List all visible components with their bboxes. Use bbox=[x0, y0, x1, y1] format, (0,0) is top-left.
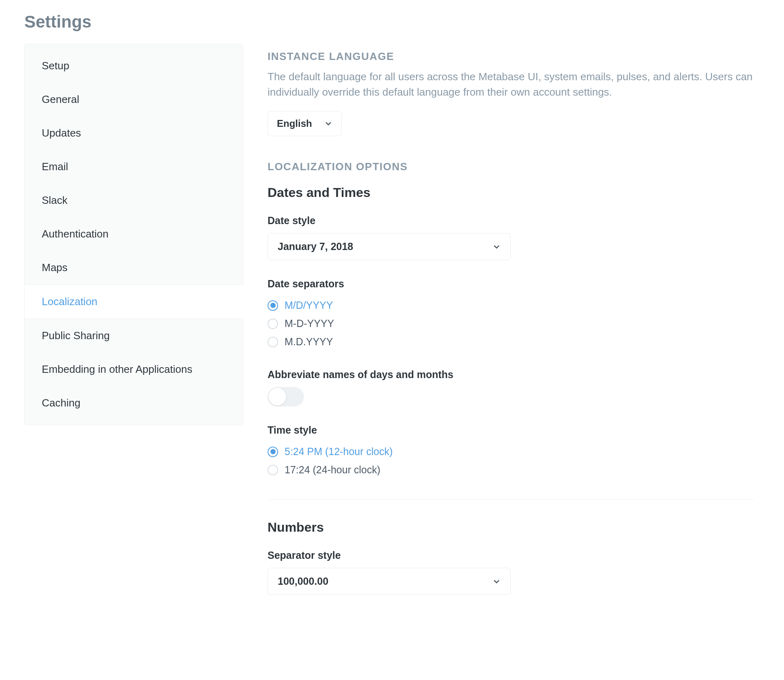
sidebar-item-authentication[interactable]: Authentication bbox=[25, 217, 243, 251]
dates-and-times-heading: Dates and Times bbox=[268, 185, 754, 200]
radio-icon bbox=[268, 465, 278, 475]
settings-sidebar: SetupGeneralUpdatesEmailSlackAuthenticat… bbox=[24, 44, 243, 425]
instance-language-description: The default language for all users acros… bbox=[268, 69, 754, 100]
sidebar-item-embedding-in-other-applications[interactable]: Embedding in other Applications bbox=[25, 353, 243, 386]
page-title: Settings bbox=[24, 12, 760, 32]
chevron-down-icon bbox=[493, 577, 501, 586]
abbreviate-label: Abbreviate names of days and months bbox=[268, 369, 754, 381]
date-separator-option-label: M-D-YYYY bbox=[285, 318, 334, 329]
localization-options-heading: LOCALIZATION OPTIONS bbox=[268, 160, 754, 173]
date-style-select[interactable]: January 7, 2018 bbox=[268, 233, 511, 260]
chevron-down-icon bbox=[493, 243, 501, 251]
date-separator-option-label: M.D.YYYY bbox=[285, 336, 333, 348]
date-separators-label: Date separators bbox=[268, 278, 754, 290]
chevron-down-icon bbox=[324, 120, 332, 128]
numbers-heading: Numbers bbox=[268, 520, 754, 535]
date-style-label: Date style bbox=[268, 215, 754, 227]
time-style-label: Time style bbox=[268, 424, 754, 436]
date-separator-option-1[interactable]: M-D-YYYY bbox=[268, 314, 754, 333]
toggle-knob bbox=[268, 388, 286, 406]
date-separator-option-label: M/D/YYYY bbox=[285, 299, 333, 311]
radio-icon bbox=[268, 337, 278, 347]
date-separator-option-2[interactable]: M.D.YYYY bbox=[268, 333, 754, 351]
separator-style-select[interactable]: 100,000.00 bbox=[268, 568, 511, 595]
settings-main: INSTANCE LANGUAGE The default language f… bbox=[268, 44, 754, 613]
date-style-value: January 7, 2018 bbox=[278, 241, 353, 252]
sidebar-item-maps[interactable]: Maps bbox=[25, 251, 243, 284]
sidebar-item-localization[interactable]: Localization bbox=[25, 284, 243, 319]
instance-language-heading: INSTANCE LANGUAGE bbox=[268, 50, 754, 63]
section-divider bbox=[268, 499, 754, 500]
separator-style-value: 100,000.00 bbox=[278, 575, 328, 587]
separator-style-label: Separator style bbox=[268, 550, 754, 561]
time-style-option-label: 17:24 (24-hour clock) bbox=[285, 464, 380, 476]
instance-language-value: English bbox=[277, 118, 312, 129]
time-style-option-0[interactable]: 5:24 PM (12-hour clock) bbox=[268, 443, 754, 461]
sidebar-item-setup[interactable]: Setup bbox=[25, 49, 243, 83]
time-style-option-1[interactable]: 17:24 (24-hour clock) bbox=[268, 461, 754, 479]
sidebar-item-caching[interactable]: Caching bbox=[25, 386, 243, 420]
sidebar-item-email[interactable]: Email bbox=[25, 150, 243, 184]
date-separator-option-0[interactable]: M/D/YYYY bbox=[268, 296, 754, 314]
sidebar-item-general[interactable]: General bbox=[25, 83, 243, 116]
radio-icon bbox=[268, 447, 278, 457]
instance-language-select[interactable]: English bbox=[268, 111, 342, 136]
radio-icon bbox=[268, 319, 278, 329]
radio-icon bbox=[268, 300, 278, 311]
time-style-option-label: 5:24 PM (12-hour clock) bbox=[285, 446, 393, 458]
abbreviate-toggle[interactable] bbox=[268, 387, 304, 406]
sidebar-item-slack[interactable]: Slack bbox=[25, 184, 243, 217]
sidebar-item-updates[interactable]: Updates bbox=[25, 116, 243, 150]
sidebar-item-public-sharing[interactable]: Public Sharing bbox=[25, 319, 243, 353]
